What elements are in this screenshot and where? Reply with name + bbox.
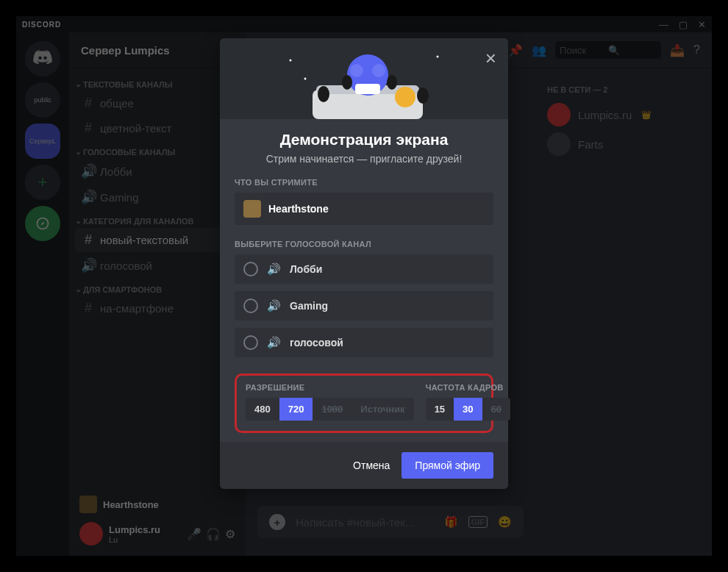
resolution-label: РАЗРЕШЕНИЕ: [246, 383, 414, 392]
screen-share-modal: × Демонстрация экрана Стрим начинается —…: [220, 38, 508, 489]
radio-icon: [243, 298, 258, 313]
modal-hero-image: [220, 38, 508, 119]
svg-point-8: [318, 86, 329, 102]
what-label: ЧТО ВЫ СТРИМИТЕ: [235, 178, 493, 187]
svg-point-10: [387, 75, 397, 90]
svg-point-11: [417, 87, 429, 104]
resolution-option-1080: 1080: [313, 398, 351, 421]
framerate-selector: 15 30 60: [426, 398, 510, 421]
resolution-option-source: Источник: [351, 398, 413, 421]
svg-point-7: [395, 87, 415, 107]
svg-point-4: [350, 64, 363, 77]
radio-icon: [243, 262, 258, 276]
voice-channel-option[interactable]: 🔊Лобби: [235, 254, 493, 284]
modal-title: Демонстрация экрана: [235, 131, 493, 149]
svg-rect-6: [355, 84, 380, 94]
svg-point-5: [372, 64, 385, 77]
voice-label: ВЫБЕРИТЕ ГОЛОСОВОЙ КАНАЛ: [235, 240, 493, 249]
framerate-label: ЧАСТОТА КАДРОВ: [426, 383, 510, 392]
close-button[interactable]: ×: [485, 49, 496, 68]
speaker-icon: 🔊: [267, 262, 281, 276]
svg-point-9: [342, 75, 352, 90]
framerate-option-60: 60: [482, 398, 510, 421]
modal-overlay: × Демонстрация экрана Стрим начинается —…: [0, 0, 728, 572]
resolution-selector: 480 720 1080 Источник: [246, 398, 414, 421]
go-live-button[interactable]: Прямой эфир: [402, 452, 493, 479]
resolution-option-480[interactable]: 480: [246, 398, 279, 421]
voice-channel-option[interactable]: 🔊Gaming: [235, 291, 493, 321]
app-icon: [243, 200, 261, 218]
framerate-option-15[interactable]: 15: [426, 398, 454, 421]
voice-channel-option[interactable]: 🔊голосовой: [235, 328, 493, 357]
resolution-option-720[interactable]: 720: [279, 398, 313, 421]
svg-point-13: [437, 56, 439, 58]
modal-footer: Отмена Прямой эфир: [220, 442, 508, 489]
svg-point-12: [290, 60, 292, 62]
radio-icon: [243, 335, 258, 350]
speaker-icon: 🔊: [267, 299, 281, 312]
quality-settings-highlight: РАЗРЕШЕНИЕ 480 720 1080 Источник ЧАСТОТА…: [235, 373, 493, 433]
speaker-icon: 🔊: [267, 336, 281, 349]
modal-subtitle: Стрим начинается — пригласите друзей!: [235, 153, 493, 165]
cancel-button[interactable]: Отмена: [353, 452, 390, 479]
framerate-option-30[interactable]: 30: [454, 398, 482, 421]
svg-point-14: [304, 78, 307, 80]
stream-target[interactable]: Hearthstone: [235, 193, 493, 225]
